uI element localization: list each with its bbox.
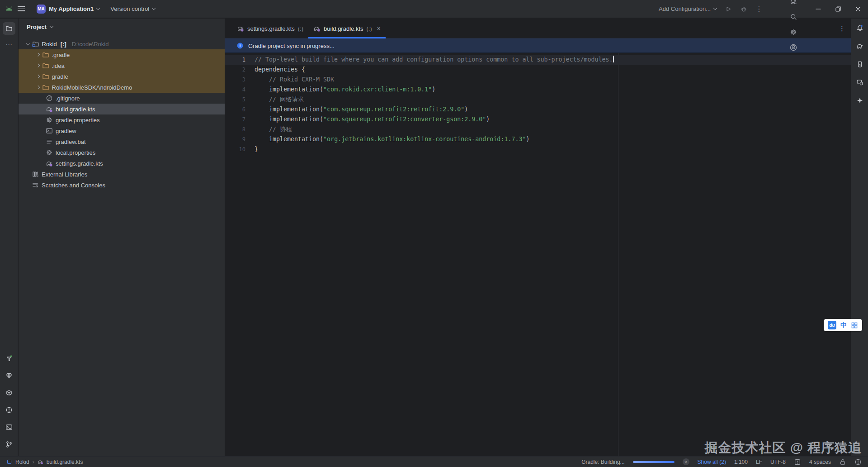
package-button[interactable]	[3, 386, 15, 399]
ime-mode-button[interactable]: 中	[840, 321, 847, 329]
line-ending-widget[interactable]: LF	[756, 459, 762, 465]
project-toolwindow-button[interactable]	[3, 22, 15, 35]
ai-sparkle-button[interactable]	[854, 94, 866, 107]
ime-grid-icon[interactable]	[851, 322, 858, 329]
tab-label: settings.gradle.kts	[247, 25, 295, 32]
show-all-link[interactable]: Show all (2)	[698, 459, 726, 465]
gradle-elephant-button[interactable]	[854, 40, 866, 52]
ime-toolbar[interactable]: du 中	[824, 319, 862, 331]
chevron-right-icon[interactable]	[36, 53, 40, 57]
breadcrumb-separator: ›	[33, 459, 34, 465]
tree-row--idea[interactable]: .idea	[19, 60, 225, 71]
indent-widget[interactable]: 4 spaces	[809, 459, 831, 465]
code-line: 10}	[225, 144, 851, 154]
tree-row-local-properties[interactable]: local.properties	[19, 147, 225, 158]
restore-button[interactable]	[828, 0, 848, 18]
minimize-button[interactable]	[808, 0, 828, 18]
breadcrumb-file[interactable]: build.gradle.kts	[47, 459, 83, 465]
folder-icon	[42, 51, 49, 58]
tree-row-rokidmobilesdkandroiddemo[interactable]: RokidMobileSDKAndroidDemo	[19, 82, 225, 93]
tree-row-gradlew-bat[interactable]: gradlew.bat	[19, 136, 225, 147]
ime-brand-badge[interactable]: du	[828, 321, 836, 329]
tree-row-scratches-and-consoles[interactable]: Scratches and Consoles	[19, 180, 225, 191]
search-button[interactable]	[786, 9, 801, 24]
encoding-widget[interactable]: UTF-8	[770, 459, 786, 465]
device-manager-button[interactable]	[854, 58, 866, 71]
cancel-sync-button[interactable]: ×	[683, 458, 689, 465]
git-branch-icon	[5, 441, 13, 448]
gem-button[interactable]	[3, 369, 15, 382]
editor-area: settings.gradle.kts(:)build.gradle.kts(:…	[225, 19, 851, 456]
code-segment-code: implementation(	[255, 106, 323, 113]
tree-item-label: Scratches and Consoles	[42, 182, 105, 189]
close-tab-icon[interactable]: ×	[377, 25, 381, 32]
tab-settings-gradle-kts[interactable]: settings.gradle.kts(:)	[232, 19, 308, 38]
chevron-down-icon	[96, 6, 100, 10]
settings-button[interactable]	[786, 24, 801, 40]
line-number: 10	[225, 144, 245, 154]
debug-button[interactable]	[736, 1, 751, 17]
gradle-progress-bar	[633, 461, 675, 463]
debug-icon	[740, 5, 747, 13]
gradle-file-icon	[38, 459, 43, 465]
code-line-text: implementation("com.squareup.retrofit2:c…	[255, 114, 490, 124]
code-segment-code: dependencies {	[255, 66, 305, 73]
code-segment-string: "com.squareup.retrofit2:retrofit:2.9.0"	[323, 106, 464, 113]
chevron-right-icon[interactable]	[36, 75, 40, 78]
error-circle-icon[interactable]	[854, 458, 862, 466]
account-button[interactable]	[786, 40, 801, 55]
code-editor[interactable]: 1// Top-level build file where you can a…	[225, 53, 851, 154]
tree-row--gitignore[interactable]: .gitignore	[19, 93, 225, 104]
project-selector[interactable]: MA My Application1	[33, 2, 104, 16]
gradle-sync-button[interactable]	[786, 0, 801, 9]
gradle-progress-label: Gradle: Building...	[581, 459, 624, 465]
chevron-right-icon[interactable]	[36, 86, 40, 89]
tree-row-gradle[interactable]: gradle	[19, 71, 225, 82]
lock-open-icon[interactable]	[839, 458, 846, 466]
gradle-file-icon	[46, 160, 53, 167]
tree-row-rokid[interactable]: Rokid[:]D:\code\Rokid	[19, 38, 225, 49]
notifications-bell-button[interactable]	[854, 22, 866, 34]
line-number: 5	[225, 95, 245, 105]
chevron-down-icon[interactable]	[26, 42, 30, 45]
chevron-right-icon[interactable]	[36, 64, 40, 67]
tree-row-external-libraries[interactable]: External Libraries	[19, 169, 225, 180]
code-line-text: implementation("com.rokid.cxr:client-m:1…	[255, 85, 435, 95]
running-devices-button[interactable]	[854, 76, 866, 89]
problems-button[interactable]	[3, 404, 15, 416]
tree-item-label: local.properties	[56, 149, 95, 156]
code-segment-code: )	[464, 106, 468, 113]
version-control-selector[interactable]: Version control	[106, 2, 159, 16]
line-number: 4	[225, 85, 245, 95]
project-panel-header[interactable]: Project	[19, 19, 225, 35]
more-run-actions-button[interactable]: ⋮	[751, 1, 767, 17]
right-tool-stripe	[851, 19, 868, 456]
git-branch-button[interactable]	[3, 438, 15, 451]
ignored-file-icon	[46, 95, 53, 102]
gradle-file-icon	[313, 25, 321, 32]
editor-hints-icon[interactable]	[794, 458, 801, 466]
code-segment-string: "com.squareup.retrofit2:converter-gson:2…	[323, 116, 486, 123]
terminal-toolwindow-button[interactable]	[3, 421, 15, 434]
build-toolwindow-button[interactable]	[3, 352, 15, 365]
tree-row-gradle-properties[interactable]: gradle.properties	[19, 114, 225, 125]
tree-row-build-gradle-kts[interactable]: build.gradle.kts	[19, 104, 225, 114]
more-toolwindows-button[interactable]: ⋯	[3, 38, 15, 51]
tab-build-gradle-kts[interactable]: build.gradle.kts(:)×	[308, 19, 386, 38]
run-configuration-selector[interactable]: Add Configuration...	[655, 2, 721, 16]
tree-row--gradle[interactable]: .gradle	[19, 49, 225, 60]
code-line: 7 implementation("com.squareup.retrofit2…	[225, 114, 851, 124]
tree-item-label: Rokid	[42, 41, 57, 48]
tree-row-settings-gradle-kts[interactable]: settings.gradle.kts	[19, 158, 225, 169]
more-vertical-icon: ⋮	[756, 5, 763, 13]
tab-options-button[interactable]: ⋮	[839, 19, 845, 38]
main-menu-button[interactable]	[14, 1, 29, 17]
close-button[interactable]	[848, 0, 868, 18]
module-icon	[6, 459, 12, 465]
project-panel-title: Project	[27, 24, 47, 30]
tree-row-gradlew[interactable]: gradlew	[19, 125, 225, 136]
caret-position-widget[interactable]: 1:100	[734, 459, 748, 465]
run-button[interactable]	[721, 1, 736, 17]
text-file-icon	[46, 138, 53, 145]
breadcrumb-module[interactable]: Rokid	[15, 459, 29, 465]
